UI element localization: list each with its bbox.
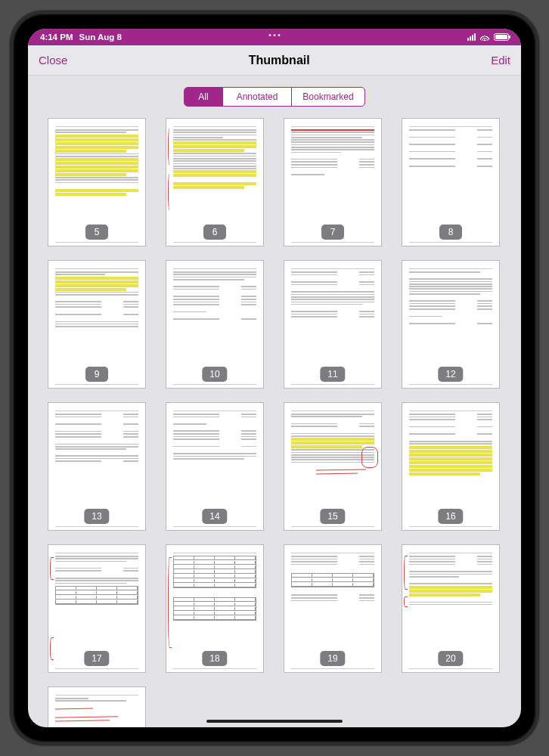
page-thumbnail[interactable]: 18 (166, 544, 264, 673)
multitask-dots-icon[interactable] (269, 34, 281, 36)
page-number-badge: 20 (438, 651, 463, 666)
thumbnail-grid: 5 6 (48, 118, 501, 727)
home-indicator[interactable] (206, 720, 343, 723)
page-thumbnail[interactable]: 15 (284, 402, 382, 531)
page-number-badge: 6 (203, 225, 226, 240)
cellular-icon (467, 33, 476, 41)
filter-tab-bookmarked[interactable]: Bookmarked (292, 88, 364, 106)
edit-button[interactable]: Edit (491, 54, 510, 67)
page-thumbnail[interactable]: 17 (48, 544, 146, 673)
filter-tab-annotated[interactable]: Annotated (223, 88, 293, 106)
page-number-badge: 8 (439, 225, 462, 240)
page-thumbnail[interactable]: 21 (48, 686, 146, 727)
page-thumbnail[interactable]: 10 (166, 260, 264, 389)
thumbnail-grid-area[interactable]: 5 6 (28, 118, 521, 727)
page-number-badge: 9 (85, 367, 108, 382)
status-time: 4:14 PM (40, 33, 73, 42)
page-thumbnail[interactable]: 5 (48, 118, 146, 246)
page-number-badge: 13 (84, 509, 109, 524)
status-date: Sun Aug 8 (79, 33, 121, 42)
page-thumbnail[interactable]: 7 (284, 118, 382, 246)
page-thumbnail[interactable]: 12 (402, 260, 500, 389)
page-number-badge: 12 (438, 367, 463, 382)
page-number-badge: 10 (202, 367, 227, 382)
battery-icon (494, 33, 509, 41)
page-thumbnail[interactable]: 14 (166, 402, 264, 531)
page-title: Thumbnail (249, 54, 310, 67)
page-number-badge: 11 (320, 367, 345, 382)
page-number-badge: 16 (438, 509, 463, 524)
page-number-badge: 5 (85, 225, 108, 240)
page-thumbnail[interactable]: 13 (48, 402, 146, 531)
page-number-badge: 7 (321, 225, 344, 240)
close-button[interactable]: Close (39, 54, 67, 67)
filter-segmented-control: All Annotated Bookmarked (184, 87, 364, 107)
page-thumbnail[interactable]: 8 (402, 118, 500, 246)
ipad-device-frame: 4:14 PM Sun Aug 8 Close Thumbnail Edit A… (10, 11, 539, 745)
page-number-badge: 19 (320, 651, 345, 666)
page-number-badge: 14 (202, 509, 227, 524)
page-thumbnail[interactable]: 11 (284, 260, 382, 389)
page-number-badge: 17 (84, 651, 109, 666)
page-thumbnail[interactable]: 19 (284, 544, 382, 673)
page-thumbnail[interactable]: 9 (48, 260, 146, 389)
filter-tab-all[interactable]: All (185, 88, 222, 106)
wifi-icon (480, 34, 489, 41)
page-number-badge: 15 (320, 509, 345, 524)
filter-row: All Annotated Bookmarked (28, 76, 521, 118)
page-thumbnail[interactable]: 20 (402, 544, 500, 673)
status-bar: 4:14 PM Sun Aug 8 (28, 29, 521, 45)
page-thumbnail[interactable]: 6 (166, 118, 264, 246)
nav-bar: Close Thumbnail Edit (28, 45, 521, 76)
page-thumbnail[interactable]: 16 (402, 402, 500, 531)
page-number-badge: 18 (202, 651, 227, 666)
screen: 4:14 PM Sun Aug 8 Close Thumbnail Edit A… (28, 29, 521, 727)
